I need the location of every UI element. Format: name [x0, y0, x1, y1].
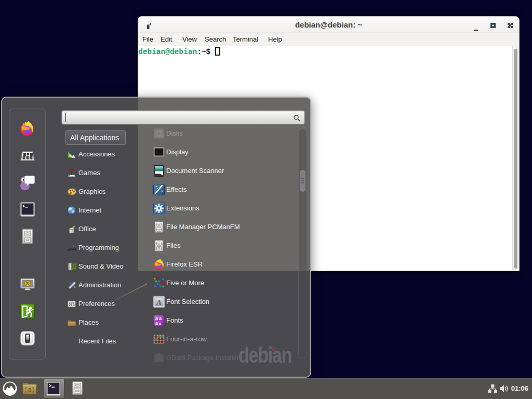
svg-text:A: A — [156, 298, 162, 307]
svg-text:a: a — [159, 321, 162, 326]
